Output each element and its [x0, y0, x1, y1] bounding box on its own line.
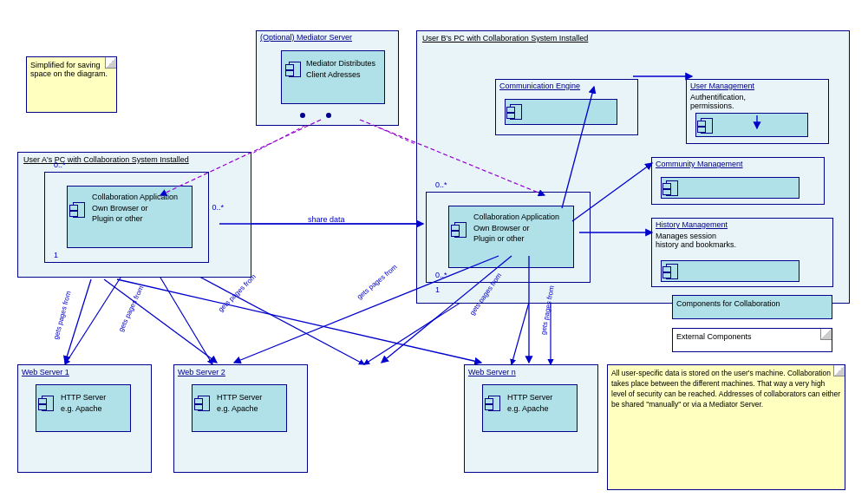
user-a-pc-title: User A's PC with Collaboration System In…: [23, 155, 189, 164]
gets-pages-label-4: gets pages from: [356, 263, 399, 301]
history-mgmt-title: History Management: [656, 220, 728, 229]
mediator-server-title: (Optional) Mediator Server: [260, 33, 352, 42]
note-bottom-right-text: All user-specific data is stored on the …: [611, 369, 840, 409]
web-server-1-outer: Web Server 1 HTTP Servere.g. Apache: [17, 364, 152, 473]
mediator-component: Mediator Distributes Client Adresses: [281, 50, 385, 104]
legend-external-text: External Components: [676, 332, 752, 341]
collab-app-b-inner: Collaboration ApplicationOwn Browser orP…: [448, 206, 574, 268]
share-data-label: share data: [308, 215, 345, 224]
history-mgmt-outer: History Management Manages sessionhistor…: [651, 218, 833, 287]
diagram-container: Simplified for saving space on the diagr…: [0, 0, 868, 504]
gets-pages-label-2: gets pages from: [117, 285, 145, 333]
web-server-2-outer: Web Server 2 HTTP Servere.g. Apache: [173, 364, 308, 473]
legend-collab-text: Components for Collaboration: [676, 299, 780, 308]
community-mgmt-title: Community Management: [656, 160, 743, 168]
community-mgmt-outer: Community Management: [651, 157, 825, 205]
mediator-server-outer: (Optional) Mediator Server Mediator Dist…: [256, 30, 399, 126]
mediator-label: Mediator Distributes Client Adresses: [306, 58, 384, 80]
collab-app-a-mult-right: 0..*: [212, 203, 224, 212]
gets-pages-label-1: gets pages from: [52, 291, 73, 341]
collab-app-b-bottom-mult: 0..*: [435, 271, 447, 279]
note-simplified-text: Simplified for saving space on the diagr…: [30, 61, 108, 78]
user-mgmt-outer: User Management Authentification,permiss…: [686, 79, 829, 144]
comm-engine-title: Communication Engine: [499, 82, 580, 90]
user-b-pc-outer: User B's PC with Collaboration System In…: [416, 30, 850, 304]
web-server-n-outer: Web Server n HTTP Servere.g. Apache: [464, 364, 598, 473]
collab-app-b-mult-bottom: 1: [435, 285, 440, 294]
collab-app-b-mult-top: 0..*: [435, 180, 447, 189]
comm-engine-outer: Communication Engine: [495, 79, 638, 135]
legend-collab: Components for Collaboration: [672, 295, 832, 319]
web-server-2-title: Web Server 2: [178, 368, 225, 376]
web-server-n-title: Web Server n: [468, 368, 516, 376]
gets-pages-label-3: gets pages from: [217, 272, 258, 313]
collab-app-a-bottom-mult: 1: [54, 251, 58, 259]
user-a-pc-outer: User A's PC with Collaboration System In…: [17, 152, 251, 278]
user-mgmt-title: User Management: [690, 82, 754, 90]
note-simplified: Simplified for saving space on the diagr…: [26, 56, 117, 113]
collab-app-a-mult-top: 0..*: [54, 160, 66, 169]
web-server-1-title: Web Server 1: [22, 368, 69, 376]
collab-app-a-outer: 0..* 0..* Collaboration ApplicationOwn B…: [44, 172, 209, 263]
collab-app-a-inner: Collaboration ApplicationOwn Browser orP…: [67, 186, 193, 248]
legend-external: External Components: [672, 328, 832, 352]
collab-app-b-outer: 0..* 1 Collaboration ApplicationOwn Brow…: [426, 192, 591, 283]
user-b-pc-title: User B's PC with Collaboration System In…: [422, 34, 588, 43]
note-bottom-right: All user-specific data is stored on the …: [607, 364, 845, 490]
